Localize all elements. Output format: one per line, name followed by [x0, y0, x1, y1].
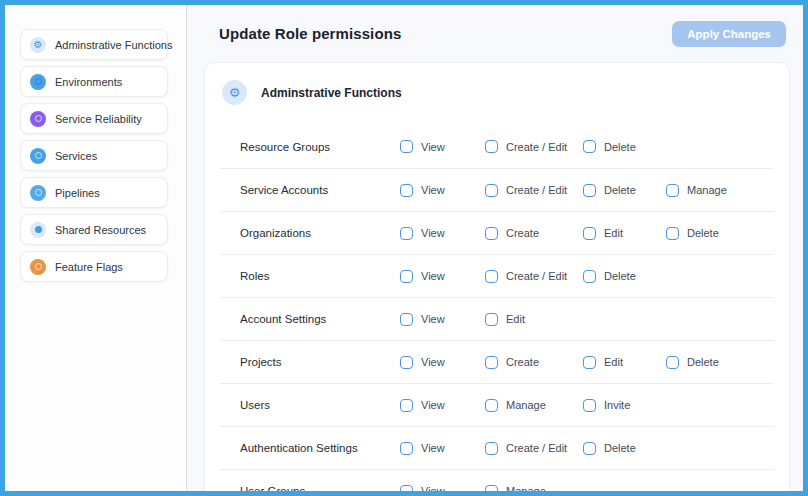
permission-option-label: Delete	[604, 141, 636, 153]
permission-option-account-settings-edit[interactable]: Edit	[485, 313, 583, 326]
permission-option-organizations-edit[interactable]: Edit	[583, 227, 666, 240]
permission-option-label: View	[421, 141, 445, 153]
permission-row-roles: Roles View Create / Edit Delete	[220, 254, 774, 297]
permission-option-label: Create / Edit	[506, 270, 567, 282]
checkbox-resource-groups-view[interactable]	[400, 140, 413, 153]
permission-option-label: Invite	[604, 399, 630, 411]
permission-option-projects-edit[interactable]: Edit	[583, 356, 666, 369]
gear-icon: ⚙	[222, 80, 247, 105]
permission-row-user-groups: User Groups View Manage	[220, 469, 774, 491]
permission-option-user-groups-view[interactable]: View	[400, 485, 485, 492]
checkbox-service-accounts-manage[interactable]	[666, 184, 679, 197]
checkbox-service-accounts-delete[interactable]	[583, 184, 596, 197]
checkbox-projects-create[interactable]	[485, 356, 498, 369]
permission-row-service-accounts: Service Accounts View Create / Edit Dele…	[220, 168, 774, 211]
permission-option-resource-groups-create-edit[interactable]: Create / Edit	[485, 140, 583, 153]
permission-option-label: Manage	[506, 485, 546, 491]
permission-row-authentication-settings: Authentication Settings View Create / Ed…	[220, 426, 774, 469]
checkbox-user-groups-view[interactable]	[400, 485, 413, 492]
permissions-card-header: ⚙ Adminstrative Functions	[205, 63, 789, 117]
permission-option-users-invite[interactable]: Invite	[583, 399, 666, 412]
service-reliability-icon	[30, 111, 46, 127]
checkbox-users-manage[interactable]	[485, 399, 498, 412]
checkbox-projects-view[interactable]	[400, 356, 413, 369]
permission-option-label: Delete	[604, 270, 636, 282]
permission-option-label: Create / Edit	[506, 141, 567, 153]
permission-option-users-view[interactable]: View	[400, 399, 485, 412]
permission-option-label: Edit	[506, 313, 525, 325]
checkbox-user-groups-manage[interactable]	[485, 485, 498, 492]
checkbox-roles-delete[interactable]	[583, 270, 596, 283]
main-content: Update Role permissions Apply Changes ⚙ …	[187, 5, 803, 491]
permission-row-organizations: Organizations View Create Edit Delete	[220, 211, 774, 254]
checkbox-users-view[interactable]	[400, 399, 413, 412]
permission-option-resource-groups-delete[interactable]: Delete	[583, 140, 666, 153]
checkbox-organizations-edit[interactable]	[583, 227, 596, 240]
permission-option-roles-delete[interactable]: Delete	[583, 270, 666, 283]
permission-option-label: Manage	[506, 399, 546, 411]
sidebar-item-feature-flags[interactable]: Feature Flags	[20, 251, 168, 282]
permission-name: Authentication Settings	[240, 442, 400, 454]
permission-option-roles-view[interactable]: View	[400, 270, 485, 283]
permission-option-authentication-settings-view[interactable]: View	[400, 442, 485, 455]
sidebar-nav: ⚙ Adminstrative Functions Environments S…	[5, 5, 186, 491]
sidebar-item-shared-resources[interactable]: Shared Resources	[20, 214, 168, 245]
checkbox-account-settings-edit[interactable]	[485, 313, 498, 326]
checkbox-account-settings-view[interactable]	[400, 313, 413, 326]
permission-option-user-groups-manage[interactable]: Manage	[485, 485, 583, 492]
permission-option-organizations-view[interactable]: View	[400, 227, 485, 240]
permission-option-service-accounts-manage[interactable]: Manage	[666, 184, 774, 197]
checkbox-organizations-delete[interactable]	[666, 227, 679, 240]
permission-option-label: View	[421, 227, 445, 239]
permission-option-account-settings-view[interactable]: View	[400, 313, 485, 326]
checkbox-organizations-create[interactable]	[485, 227, 498, 240]
permission-name: Roles	[240, 270, 400, 282]
permission-option-roles-create-edit[interactable]: Create / Edit	[485, 270, 583, 283]
permission-option-projects-view[interactable]: View	[400, 356, 485, 369]
permission-option-label: Create	[506, 356, 539, 368]
permission-option-projects-create[interactable]: Create	[485, 356, 583, 369]
pipelines-icon	[30, 185, 46, 201]
checkbox-organizations-view[interactable]	[400, 227, 413, 240]
checkbox-roles-create-edit[interactable]	[485, 270, 498, 283]
sidebar-item-environments[interactable]: Environments	[20, 66, 168, 97]
checkbox-users-invite[interactable]	[583, 399, 596, 412]
checkbox-authentication-settings-delete[interactable]	[583, 442, 596, 455]
sidebar-item-services[interactable]: Services	[20, 140, 168, 171]
permission-option-organizations-delete[interactable]: Delete	[666, 227, 774, 240]
environments-icon	[30, 74, 46, 90]
permission-option-organizations-create[interactable]: Create	[485, 227, 583, 240]
sidebar-item-pipelines[interactable]: Pipelines	[20, 177, 168, 208]
permission-option-label: View	[421, 442, 445, 454]
permission-option-label: View	[421, 184, 445, 196]
permission-option-label: Create / Edit	[506, 184, 567, 196]
permission-option-label: View	[421, 356, 445, 368]
checkbox-service-accounts-view[interactable]	[400, 184, 413, 197]
permission-option-label: Create	[506, 227, 539, 239]
checkbox-service-accounts-create-edit[interactable]	[485, 184, 498, 197]
checkbox-resource-groups-delete[interactable]	[583, 140, 596, 153]
permission-name: User Groups	[240, 485, 400, 491]
permission-option-service-accounts-create-edit[interactable]: Create / Edit	[485, 184, 583, 197]
permission-row-users: Users View Manage Invite	[220, 383, 774, 426]
permission-option-resource-groups-view[interactable]: View	[400, 140, 485, 153]
permission-option-service-accounts-delete[interactable]: Delete	[583, 184, 666, 197]
sidebar-item-adminstrative-functions[interactable]: ⚙ Adminstrative Functions	[20, 29, 168, 60]
permission-option-authentication-settings-delete[interactable]: Delete	[583, 442, 666, 455]
checkbox-authentication-settings-create-edit[interactable]	[485, 442, 498, 455]
permission-option-label: Edit	[604, 227, 623, 239]
permission-option-authentication-settings-create-edit[interactable]: Create / Edit	[485, 442, 583, 455]
checkbox-authentication-settings-view[interactable]	[400, 442, 413, 455]
permission-row-projects: Projects View Create Edit Delete	[220, 340, 774, 383]
shared-resources-icon	[30, 222, 46, 238]
checkbox-projects-edit[interactable]	[583, 356, 596, 369]
checkbox-roles-view[interactable]	[400, 270, 413, 283]
permission-option-service-accounts-view[interactable]: View	[400, 184, 485, 197]
checkbox-projects-delete[interactable]	[666, 356, 679, 369]
permission-option-projects-delete[interactable]: Delete	[666, 356, 774, 369]
permission-option-label: View	[421, 313, 445, 325]
checkbox-resource-groups-create-edit[interactable]	[485, 140, 498, 153]
sidebar-item-service-reliability[interactable]: Service Reliability	[20, 103, 168, 134]
permission-option-users-manage[interactable]: Manage	[485, 399, 583, 412]
apply-changes-button[interactable]: Apply Changes	[672, 21, 786, 47]
